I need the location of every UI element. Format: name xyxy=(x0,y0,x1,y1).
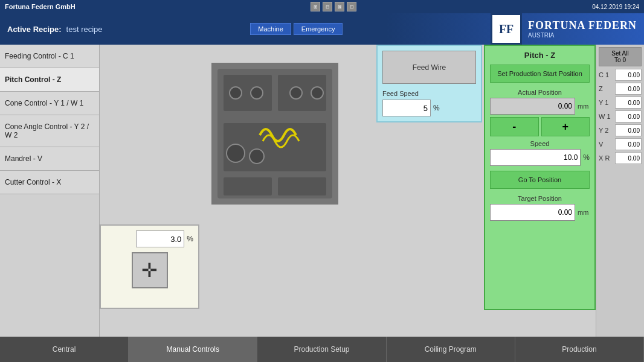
cutter-control-panel: % ✛ xyxy=(100,224,199,309)
speed-input[interactable] xyxy=(490,149,581,166)
axis-row-y2: Y 2 0.00 xyxy=(599,124,642,136)
tab-production-setup[interactable]: Production Setup xyxy=(257,337,386,362)
target-position-input[interactable] xyxy=(490,204,575,221)
ff-logo: FF xyxy=(491,13,522,45)
active-recipe-area: Active Recipe: test recipe xyxy=(7,25,103,34)
pm-buttons-row: - + xyxy=(490,117,590,136)
fortuna-text: FORTUNA FEDERN xyxy=(528,19,637,32)
right-axis-panel: Set All To 0 C 1 0.00 Z 0.00 Y 1 0.00 W … xyxy=(596,45,644,337)
axis-label-y1: Y 1 xyxy=(599,99,612,106)
machine-btn[interactable]: Machine xyxy=(250,23,291,35)
machine-image xyxy=(211,63,338,205)
speed-unit: % xyxy=(583,153,590,162)
title-bar: Fortuna Federn GmbH ⊞ ⊟ ⊠ ⊡ 04.12.2019 1… xyxy=(0,0,644,13)
sidebar: Feeding Control - C 1 Pitch Control - Z … xyxy=(0,45,100,337)
axis-row-y1: Y 1 0.00 xyxy=(599,97,642,109)
feed-speed-unit: % xyxy=(433,104,440,112)
pitch-panel-title: Pitch - Z xyxy=(490,51,590,60)
cutter-value-input[interactable] xyxy=(136,230,184,247)
icon-4: ⊡ xyxy=(347,2,356,11)
axis-value-y1: 0.00 xyxy=(615,97,642,109)
center-area: % ✛ Feed Wire Feed Speed % Pitch - Z Set… xyxy=(100,45,596,337)
axis-label-y2: Y 2 xyxy=(599,127,612,134)
axis-value-y2: 0.00 xyxy=(615,124,642,136)
cutter-unit: % xyxy=(187,235,193,243)
svg-point-11 xyxy=(290,87,302,99)
target-position-row: mm xyxy=(490,204,590,221)
minus-btn[interactable]: - xyxy=(490,117,539,136)
svg-point-10 xyxy=(251,87,263,99)
sidebar-item-pitch[interactable]: Pitch Control - Z xyxy=(0,68,99,92)
axis-value-z: 0.00 xyxy=(615,83,642,95)
move-icon: ✛ xyxy=(141,259,158,282)
emergency-btn[interactable]: Emergency xyxy=(294,23,343,35)
axis-row-v: V 0.00 xyxy=(599,138,642,150)
bottom-navbar: Central Manual Controls Production Setup… xyxy=(0,337,644,362)
pitch-z-panel: Pitch - Z Set Production Start Position … xyxy=(484,45,596,310)
sidebar-item-cone-angle[interactable]: Cone Angle Control - Y 2 / W 2 xyxy=(0,115,99,147)
cutter-input-row: % xyxy=(106,230,193,247)
main-area: Feeding Control - C 1 Pitch Control - Z … xyxy=(0,45,644,337)
axis-value-c1: 0.00 xyxy=(615,69,642,81)
axis-row-z: Z 0.00 xyxy=(599,83,642,95)
feed-wire-panel: Feed Wire Feed Speed % xyxy=(376,45,482,122)
recipe-name: test recipe xyxy=(66,25,103,34)
austria-text: AUSTRIA xyxy=(528,32,637,39)
svg-point-8 xyxy=(250,149,264,164)
axis-label-v: V xyxy=(599,141,612,148)
sidebar-item-mandrel[interactable]: Mandrel - V xyxy=(0,147,99,171)
target-position-label: Target Position xyxy=(490,195,590,202)
go-to-position-btn[interactable]: Go To Position xyxy=(490,171,590,189)
logo-area: FF FORTUNA FEDERN AUSTRIA xyxy=(491,13,637,45)
target-position-unit: mm xyxy=(578,209,590,216)
logo-text-area: FORTUNA FEDERN AUSTRIA xyxy=(528,19,637,39)
header-nav-buttons[interactable]: Machine Emergency xyxy=(250,23,343,35)
svg-point-7 xyxy=(227,144,245,162)
svg-point-9 xyxy=(230,87,242,99)
axis-row-c1: C 1 0.00 xyxy=(599,69,642,81)
axis-value-v: 0.00 xyxy=(615,138,642,150)
plus-btn[interactable]: + xyxy=(541,117,590,136)
speed-label: Speed xyxy=(490,140,590,147)
feed-speed-row: % xyxy=(382,100,476,116)
svg-rect-6 xyxy=(278,177,326,195)
set-start-position-btn[interactable]: Set Production Start Position xyxy=(490,65,590,83)
company-name: Fortuna Federn GmbH xyxy=(5,3,76,10)
sidebar-item-cutter[interactable]: Cutter Control - X xyxy=(0,171,99,194)
actual-position-label: Actual Position xyxy=(490,89,590,96)
axis-row-xr: X R 0.00 xyxy=(599,152,642,164)
title-icons: ⊞ ⊟ ⊠ ⊡ xyxy=(311,2,356,11)
tab-manual-controls[interactable]: Manual Controls xyxy=(129,337,257,362)
tab-central[interactable]: Central xyxy=(0,337,129,362)
feed-speed-input[interactable] xyxy=(382,100,431,116)
tab-coiling-program[interactable]: Coiling Program xyxy=(387,337,515,362)
svg-rect-5 xyxy=(224,177,272,195)
feed-wire-button[interactable]: Feed Wire xyxy=(382,51,476,84)
speed-input-row: % xyxy=(490,149,590,166)
header-bar: Active Recipe: test recipe Machine Emerg… xyxy=(0,13,644,45)
axis-row-w1: W 1 0.00 xyxy=(599,110,642,122)
active-recipe-label: Active Recipe: xyxy=(7,25,62,34)
move-button[interactable]: ✛ xyxy=(132,252,168,288)
axis-label-w1: W 1 xyxy=(599,113,612,120)
machine-svg xyxy=(211,63,338,205)
axis-value-xr: 0.00 xyxy=(615,152,642,164)
icon-1: ⊞ xyxy=(311,2,320,11)
svg-point-12 xyxy=(311,87,323,99)
set-all-button[interactable]: Set All To 0 xyxy=(599,47,642,66)
actual-position-unit: mm xyxy=(578,103,590,110)
icon-3: ⊠ xyxy=(335,2,344,11)
sidebar-item-cone[interactable]: Cone Control - Y 1 / W 1 xyxy=(0,92,99,115)
axis-value-w1: 0.00 xyxy=(615,110,642,122)
sidebar-item-feeding[interactable]: Feeding Control - C 1 xyxy=(0,45,99,68)
tab-production[interactable]: Production xyxy=(515,337,644,362)
icon-2: ⊟ xyxy=(323,2,332,11)
axis-label-z: Z xyxy=(599,85,612,92)
datetime: 04.12.2019 19:24 xyxy=(592,4,639,10)
actual-position-row: mm xyxy=(490,98,590,115)
actual-position-input[interactable] xyxy=(490,98,575,115)
axis-label-c1: C 1 xyxy=(599,71,612,78)
axis-label-xr: X R xyxy=(599,154,612,162)
feed-speed-label: Feed Speed xyxy=(382,90,476,97)
